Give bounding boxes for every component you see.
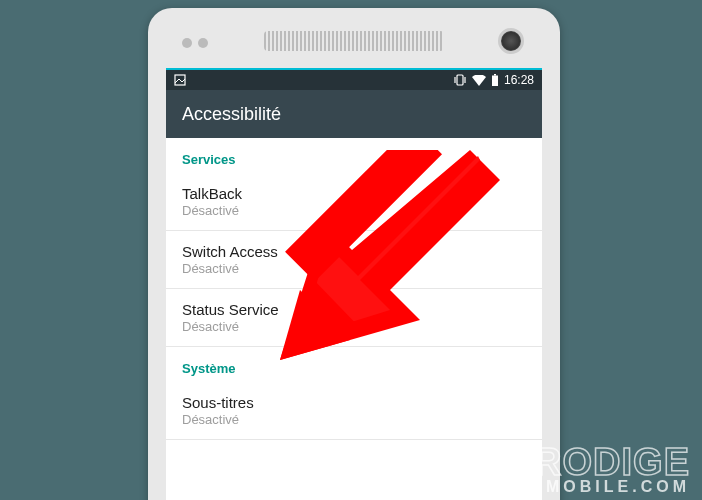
phone-frame: 16:28 Accessibilité Services TalkBack Dé… — [148, 8, 560, 500]
front-camera — [498, 28, 524, 54]
svg-rect-1 — [457, 75, 463, 85]
watermark-line1: PRODIGE — [508, 445, 690, 479]
setting-subtitle: Désactivé — [182, 203, 526, 218]
setting-title: TalkBack — [182, 185, 526, 202]
phone-top — [148, 8, 560, 68]
app-bar: Accessibilité — [166, 90, 542, 138]
indicator-dots — [182, 38, 208, 48]
watermark: PRODIGE MOBILE.COM — [508, 445, 690, 494]
settings-content[interactable]: Services TalkBack Désactivé Switch Acces… — [166, 138, 542, 500]
divider — [166, 439, 542, 440]
setting-title: Sous-titres — [182, 394, 526, 411]
setting-subtitles[interactable]: Sous-titres Désactivé — [166, 382, 542, 439]
page-title: Accessibilité — [182, 104, 281, 125]
speaker-grill — [264, 31, 444, 51]
status-time: 16:28 — [504, 73, 534, 87]
section-header-system: Système — [166, 347, 542, 382]
setting-title: Switch Access — [182, 243, 526, 260]
svg-rect-5 — [492, 76, 498, 87]
setting-subtitle: Désactivé — [182, 319, 526, 334]
svg-rect-4 — [494, 74, 496, 76]
setting-talkback[interactable]: TalkBack Désactivé — [166, 173, 542, 230]
setting-subtitle: Désactivé — [182, 412, 526, 427]
screen: 16:28 Accessibilité Services TalkBack Dé… — [166, 68, 542, 500]
setting-subtitle: Désactivé — [182, 261, 526, 276]
vibrate-icon — [453, 74, 467, 86]
status-bar: 16:28 — [166, 68, 542, 90]
battery-icon — [491, 74, 499, 86]
section-header-services: Services — [166, 138, 542, 173]
wifi-icon — [472, 75, 486, 86]
setting-switch-access[interactable]: Switch Access Désactivé — [166, 231, 542, 288]
setting-title: Status Service — [182, 301, 526, 318]
screenshot-icon — [174, 74, 186, 86]
setting-status-service[interactable]: Status Service Désactivé — [166, 289, 542, 346]
